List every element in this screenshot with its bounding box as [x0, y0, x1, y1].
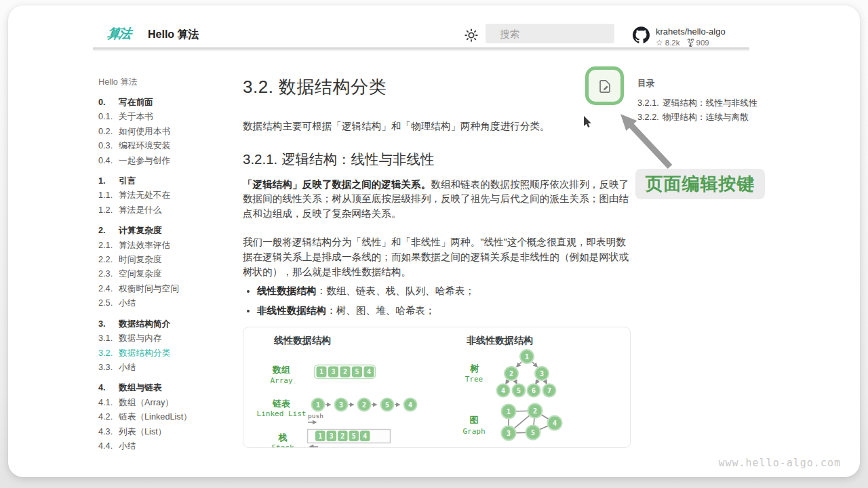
sidebar-item[interactable]: 2.5.小结: [98, 296, 237, 310]
svg-text:5: 5: [517, 387, 521, 394]
svg-text:4: 4: [501, 387, 505, 394]
toc-panel: 目录 3.2.1.逻辑结构：线性与非线性3.2.2.物理结构：连续与离散: [637, 78, 783, 125]
page-title: 3.2. 数据结构分类: [243, 76, 631, 98]
array-label-zh: 数组: [272, 365, 290, 375]
svg-text:4: 4: [408, 401, 412, 409]
site-logo[interactable]: 算法: [106, 24, 138, 44]
section-heading: 3.2.1. 逻辑结构：线性与非线性: [243, 150, 631, 169]
fork-count: 909: [696, 39, 709, 47]
sidebar-groups: 0.写在前面0.1.关于本书0.2.如何使用本书0.3.编程环境安装0.4.一起…: [98, 96, 237, 453]
toc-item[interactable]: 3.2.1.逻辑结构：线性与非线性: [637, 96, 783, 110]
svg-text:1: 1: [316, 401, 320, 409]
main-content: 3.2. 数据结构分类 数据结构主要可根据「逻辑结构」和「物理结构」两种角度进行…: [243, 76, 631, 448]
star-count: 8.2k: [665, 39, 680, 47]
intro-paragraph: 数据结构主要可根据「逻辑结构」和「物理结构」两种角度进行分类。: [243, 119, 631, 134]
sidebar-item[interactable]: 4.3.列表（List）: [98, 425, 237, 439]
site-title: Hello 算法: [148, 28, 199, 42]
svg-text:5: 5: [355, 368, 359, 375]
sidebar-item[interactable]: 0.2.如何使用本书: [98, 125, 237, 139]
data-structures-figure: 线性数据结构 非线性数据结构 数组 Array 1 3 2 5 4 链表 Lin…: [243, 327, 631, 448]
sidebar-item[interactable]: 1.2.算法是什么: [98, 203, 237, 218]
svg-text:3: 3: [507, 430, 511, 437]
sidebar-item[interactable]: 4.4.小结: [98, 439, 237, 453]
sidebar-item[interactable]: 4.2.链表（LinkedList）: [98, 410, 237, 424]
sidebar-group-title[interactable]: 1.引言: [98, 174, 237, 188]
svg-text:2: 2: [362, 401, 366, 409]
sidebar-item[interactable]: 3.2.数据结构分类: [98, 346, 237, 361]
graph-label-zh: 图: [470, 415, 479, 425]
svg-text:1: 1: [525, 353, 529, 361]
svg-text:3: 3: [540, 370, 544, 378]
sidebar-item[interactable]: 1.1.算法无处不在: [98, 188, 237, 203]
sidebar-group-title[interactable]: 2.计算复杂度: [98, 224, 237, 238]
stack-push-label: push: [308, 412, 323, 420]
annotation-callout: 页面编辑按键: [635, 169, 765, 199]
list-label-en: Linked List: [257, 409, 307, 418]
toc-title: 目录: [637, 78, 783, 89]
stack-label-en: Stack: [271, 443, 294, 448]
sidebar-item[interactable]: 3.3.小结: [98, 361, 237, 375]
sidebar-item[interactable]: 2.1.算法效率评估: [98, 239, 237, 253]
toc-item[interactable]: 3.2.2.物理结构：连续与离散: [637, 110, 783, 125]
graph-label-en: Graph: [462, 427, 485, 436]
svg-text:3: 3: [331, 368, 335, 375]
svg-text:2: 2: [343, 368, 347, 375]
structure-list: 线性数据结构：数组、链表、栈、队列、哈希表； 非线性数据结构：树、图、堆、哈希表…: [243, 284, 631, 318]
bullet-rest: ：树、图、堆、哈希表；: [326, 305, 435, 316]
sidebar-item[interactable]: 0.3.编程环境安装: [98, 139, 237, 153]
list-label-zh: 链表: [272, 399, 291, 409]
annotation-arrow: [629, 123, 670, 167]
sidebar-nav: Hello 算法 0.写在前面0.1.关于本书0.2.如何使用本书0.3.编程环…: [98, 75, 237, 453]
paragraph-linear-nonlinear: 我们一般将逻辑结构分为「线性」和「非线性」两种。"线性"这个概念很直观，即表明数…: [243, 235, 631, 279]
sidebar-item[interactable]: 0.4.一起参与创作: [98, 154, 237, 168]
svg-text:5: 5: [531, 429, 535, 436]
repo-stats: ☆ 8.2k 909: [656, 39, 726, 47]
svg-text:1: 1: [318, 432, 322, 440]
sidebar-item[interactable]: 0.1.关于本书: [98, 110, 237, 124]
header-divider: [93, 47, 749, 52]
svg-text:7: 7: [547, 387, 551, 394]
list-item: 线性数据结构：数组、链表、栈、队列、哈希表；: [257, 284, 631, 299]
svg-text:2: 2: [533, 407, 537, 415]
search-box[interactable]: [486, 24, 614, 43]
sidebar-item[interactable]: 3.1.数据与内存: [98, 331, 237, 346]
bullet-rest: ：数组、链表、栈、队列、哈希表；: [317, 285, 475, 296]
sidebar-group-title[interactable]: 0.写在前面: [98, 96, 237, 110]
svg-text:5: 5: [352, 432, 356, 440]
tree-label-en: Tree: [465, 375, 484, 384]
github-icon: [633, 26, 650, 43]
svg-text:2: 2: [509, 370, 513, 378]
svg-text:1: 1: [507, 408, 511, 415]
repo-name: krahets/hello-algo: [656, 26, 726, 37]
toc-items: 3.2.1.逻辑结构：线性与非线性3.2.2.物理结构：连续与离散: [637, 96, 783, 125]
stack-label-zh: 栈: [278, 432, 288, 443]
svg-text:2: 2: [340, 432, 344, 440]
site-watermark: www.hello-algo.com: [718, 457, 841, 469]
tree-label-zh: 树: [470, 363, 479, 373]
theme-toggle-button[interactable]: [464, 28, 479, 43]
star-icon: ☆: [656, 39, 663, 47]
page-edit-button[interactable]: [585, 66, 624, 105]
search-input[interactable]: [498, 28, 628, 40]
edit-file-icon: [596, 77, 614, 95]
paragraph-logical-structure: 「逻辑结构」反映了数据之间的逻辑关系。数组和链表的数据按照顺序依次排列，反映了数…: [243, 178, 631, 222]
bullet-bold: 线性数据结构: [257, 285, 317, 296]
svg-text:3: 3: [330, 432, 334, 440]
bullet-bold: 非线性数据结构: [257, 305, 326, 316]
sun-icon: [464, 28, 479, 43]
svg-text:3: 3: [339, 401, 343, 409]
fork-icon: [687, 39, 694, 47]
sidebar-item[interactable]: 2.3.空间复杂度: [98, 267, 237, 281]
svg-text:6: 6: [532, 387, 536, 394]
sidebar-group-title[interactable]: 4.数组与链表: [98, 381, 237, 395]
sidebar-group-title[interactable]: 3.数据结构简介: [98, 317, 237, 331]
svg-text:1: 1: [319, 368, 323, 375]
figure-nonlinear-title: 非线性数据结构: [467, 335, 533, 346]
github-repo-link[interactable]: krahets/hello-algo ☆ 8.2k 909: [633, 26, 726, 47]
svg-text:4: 4: [367, 368, 371, 375]
array-label-en: Array: [270, 376, 292, 385]
sidebar-item[interactable]: 2.4.权衡时间与空间: [98, 282, 237, 296]
sidebar-item[interactable]: 2.2.时间复杂度: [98, 253, 237, 267]
sidebar-item[interactable]: 4.1.数组（Array）: [98, 396, 237, 410]
svg-text:5: 5: [385, 401, 389, 409]
